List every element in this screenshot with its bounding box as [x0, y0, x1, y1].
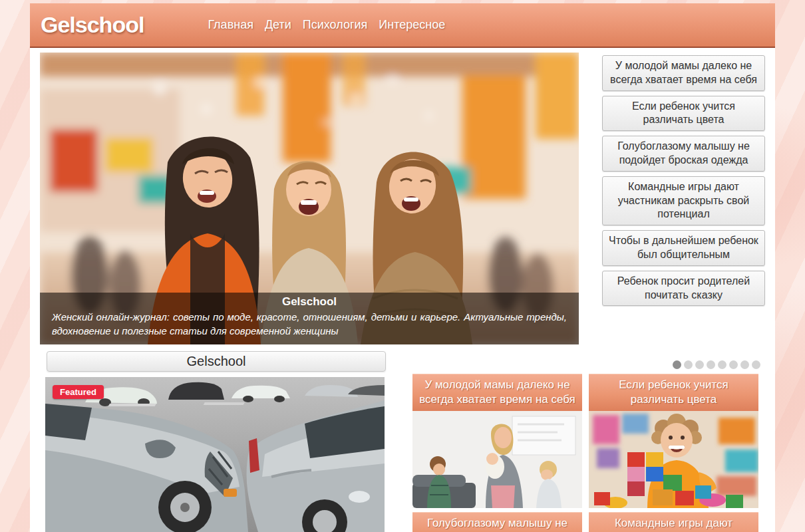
nav-item-interesnoe[interactable]: Интересное	[379, 18, 445, 32]
article-card-title[interactable]: Если ребенок учится различать цвета	[589, 374, 758, 411]
nav-item-psihologiya[interactable]: Психология	[303, 18, 368, 32]
sidebar-item-fairytale[interactable]: Ребенок просит родителей почитать сказку	[602, 271, 765, 307]
pagination-dot[interactable]	[684, 360, 693, 369]
article-card-title[interactable]: У молодой мамы далеко не всегда хватает …	[412, 374, 582, 411]
sidebar: У молодой мамы далеко не всегда хватает …	[602, 55, 765, 311]
article-card-colors: Если ребенок учится различать цвета	[589, 374, 758, 532]
site-header: Gelschool Главная Дети Психология Интере…	[30, 3, 775, 48]
article-card-image-mother[interactable]	[412, 411, 582, 508]
sidebar-item-colors[interactable]: Если ребенок учится различать цвета	[602, 96, 765, 132]
site-logo[interactable]: Gelschool	[41, 12, 144, 38]
featured-image-car-crash	[45, 377, 385, 532]
sidebar-item-clothes[interactable]: Голубоглазому малышу не подойдет броская…	[602, 136, 765, 172]
sidebar-item-mama-time[interactable]: У молодой мамы далеко не всегда хватает …	[602, 55, 765, 91]
pagination-dot[interactable]	[673, 360, 681, 369]
pagination-dot[interactable]	[707, 360, 715, 369]
pagination-dot[interactable]	[752, 360, 760, 369]
nav-item-glavnaya[interactable]: Главная	[208, 18, 253, 32]
hero-caption-title: Gelschool	[52, 295, 567, 309]
pagination-dots	[673, 360, 760, 369]
main-nav: Главная Дети Психология Интересное	[208, 18, 445, 32]
article-card-image-toddler[interactable]	[589, 411, 758, 508]
article-card-title[interactable]: Голубоглазому малышу не подойдет броская…	[412, 512, 582, 532]
pagination-dot[interactable]	[695, 360, 704, 369]
featured-article[interactable]: Featured	[45, 377, 385, 532]
nav-item-deti[interactable]: Дети	[265, 18, 291, 32]
article-card-mama: У молодой мамы далеко не всегда хватает …	[412, 374, 582, 532]
content-container: Gelschool Главная Дети Психология Интере…	[30, 3, 775, 532]
pagination-dot[interactable]	[729, 360, 738, 369]
section-title[interactable]: Gelschool	[47, 351, 386, 372]
page: Gelschool Главная Дети Психология Интере…	[0, 0, 805, 532]
hero-caption-text: Женский онлайн-журнал: советы по моде, к…	[52, 310, 567, 338]
article-card-title[interactable]: Командные игры дают участникам раскрыть …	[589, 512, 758, 532]
sidebar-item-team-games[interactable]: Командные игры дают участникам раскрыть …	[602, 176, 765, 225]
featured-badge: Featured	[53, 385, 104, 399]
sidebar-item-sociable[interactable]: Чтобы в дальнейшем ребенок был общительн…	[602, 230, 765, 266]
hero-banner: Gelschool Женский онлайн-журнал: советы …	[40, 53, 579, 344]
hero-caption: Gelschool Женский онлайн-журнал: советы …	[40, 293, 579, 344]
pagination-dot[interactable]	[740, 360, 749, 369]
pagination-dot[interactable]	[718, 360, 726, 369]
